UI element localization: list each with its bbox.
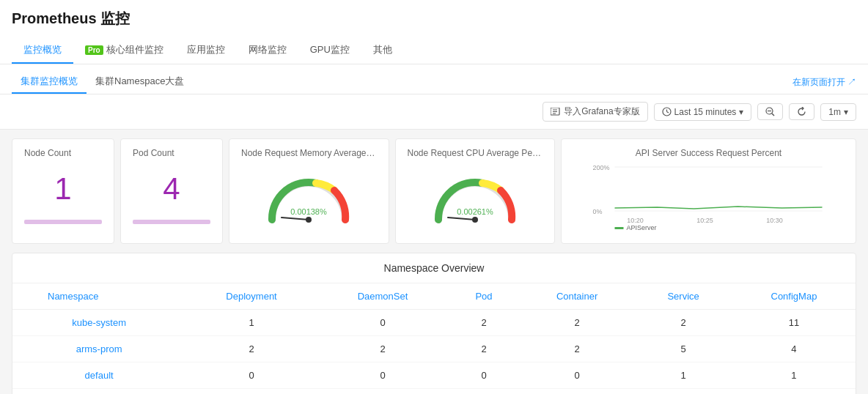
cpu-gauge-wrapper: 0.00261%	[408, 161, 543, 234]
page-header: Prometheus 监控 监控概览 Pro 核心组件监控 应用监控 网络监控 …	[0, 0, 868, 64]
refresh-interval-selector[interactable]: 1m ▾	[820, 103, 856, 121]
cell-service: 0	[634, 389, 732, 395]
sub-tabs-row: 集群监控概览 集群Namespace大盘 在新页面打开 ↗	[0, 64, 868, 94]
tab-网络监控[interactable]: 网络监控	[237, 37, 298, 64]
svg-point-11	[306, 217, 312, 223]
node-count-title: Node Count	[24, 148, 102, 158]
namespace-link[interactable]: arms-prom	[76, 343, 122, 354]
cell-service: 5	[634, 336, 732, 363]
zoom-out-button[interactable]	[757, 103, 783, 120]
tab-核心组件监控[interactable]: Pro 核心组件监控	[73, 37, 175, 64]
cell-container: 2	[520, 310, 635, 336]
page-wrapper: Prometheus 监控 监控概览 Pro 核心组件监控 应用监控 网络监控 …	[0, 0, 868, 394]
tab-其他[interactable]: 其他	[361, 37, 404, 64]
sub-tabs: 集群监控概览 集群Namespace大盘	[12, 70, 193, 94]
pod-count-bar	[133, 220, 210, 224]
table-row: kube-system 1 0 2 2 2 11	[12, 310, 856, 336]
pro-badge: Pro	[85, 45, 103, 55]
cell-namespace: kube-public	[12, 389, 185, 395]
tab-监控概览[interactable]: 监控概览	[12, 37, 73, 64]
pod-count-title: Pod Count	[133, 148, 210, 158]
svg-text:200%: 200%	[593, 164, 610, 171]
content-area: Node Count 1 Pod Count 4 Node Request Me…	[0, 130, 868, 394]
api-chart-area: 200% 0% 10:20 10:25 10:30 APIServer	[573, 161, 844, 234]
col-pod: Pod	[448, 283, 520, 310]
cell-service: 1	[634, 363, 732, 389]
cell-daemonset: 2	[317, 336, 448, 363]
time-range-selector[interactable]: Last 15 minutes ▾	[654, 103, 752, 121]
cell-deployment: 0	[185, 389, 317, 395]
memory-gauge-title: Node Request Memory Average Pe...	[241, 148, 377, 158]
tab-应用监控[interactable]: 应用监控	[175, 37, 237, 64]
tab-label: GPU监控	[310, 43, 350, 56]
col-daemonset: DaemonSet	[317, 283, 448, 310]
tab-label: 核心组件监控	[106, 43, 163, 56]
sub-tab-集群监控概览[interactable]: 集群监控概览	[12, 70, 87, 94]
table-row: default 0 0 0 0 1 1	[12, 363, 856, 389]
cpu-gauge-svg: 0.00261%	[427, 165, 523, 231]
zoom-out-icon	[765, 107, 775, 116]
table-row: arms-prom 2 2 2 2 5 4	[12, 336, 856, 363]
grafana-import-button[interactable]: 导入Grafana专家版	[542, 102, 647, 122]
table-header: Namespace Deployment DaemonSet Pod Conta…	[12, 283, 856, 310]
svg-text:APIServer: APIServer	[627, 224, 657, 231]
svg-line-6	[666, 112, 669, 114]
cell-configmap: 2	[732, 389, 856, 395]
cell-container: 2	[520, 336, 635, 363]
cell-configmap: 11	[732, 310, 856, 336]
cell-configmap: 4	[732, 336, 856, 363]
refresh-button[interactable]	[789, 103, 814, 120]
table-body: kube-system 1 0 2 2 2 11 arms-prom 2 2 2…	[12, 310, 856, 395]
chevron-down-icon: ▾	[739, 107, 743, 117]
col-container: Container	[520, 283, 635, 310]
svg-text:10:20: 10:20	[627, 217, 644, 224]
refresh-interval-label: 1m	[828, 107, 841, 117]
sub-tab-label: 集群Namespace大盘	[95, 75, 184, 86]
sub-tab-集群Namespace大盘[interactable]: 集群Namespace大盘	[87, 70, 193, 94]
cell-container: 0	[520, 389, 635, 395]
node-count-bar	[24, 220, 102, 224]
memory-gauge-card: Node Request Memory Average Pe...	[229, 138, 389, 244]
svg-text:0.00138%: 0.00138%	[290, 207, 327, 216]
open-new-label: 在新页面打开 ↗	[792, 76, 856, 89]
col-namespace: Namespace	[12, 283, 185, 310]
cell-deployment: 0	[185, 363, 317, 389]
col-deployment: Deployment	[185, 283, 317, 310]
svg-line-13	[448, 218, 475, 220]
node-count-card: Node Count 1	[12, 138, 114, 244]
cell-container: 0	[520, 363, 635, 389]
cell-namespace: kube-system	[12, 310, 185, 336]
cell-pod: 0	[448, 363, 520, 389]
import-icon	[551, 108, 561, 116]
tab-GPU监控[interactable]: GPU监控	[298, 37, 361, 64]
tab-label: 其他	[373, 43, 392, 56]
cell-daemonset: 0	[317, 363, 448, 389]
cell-deployment: 1	[185, 310, 317, 336]
cell-pod: 2	[448, 310, 520, 336]
svg-point-14	[472, 217, 478, 223]
cell-deployment: 2	[185, 336, 317, 363]
svg-text:10:25: 10:25	[696, 217, 713, 224]
namespace-section: Namespace Overview Namespace Deployment …	[12, 253, 856, 394]
col-configmap: ConfigMap	[732, 283, 856, 310]
namespace-link[interactable]: default	[85, 370, 114, 381]
svg-rect-23	[615, 227, 624, 229]
refresh-icon	[797, 107, 806, 116]
time-range-label: Last 15 minutes	[674, 107, 737, 117]
toolbar: 导入Grafana专家版 Last 15 minutes ▾	[0, 94, 868, 130]
node-count-value: 1	[24, 164, 102, 214]
api-chart-title: API Server Success Request Percent	[573, 148, 844, 158]
cpu-gauge-title: Node Request CPU Average Percent	[408, 148, 543, 158]
memory-gauge-svg: 0.00138%	[261, 165, 356, 231]
cell-namespace: default	[12, 363, 185, 389]
open-new-page-link[interactable]: 在新页面打开 ↗	[792, 76, 856, 89]
tab-label: 监控概览	[23, 43, 62, 56]
table-row: kube-public 0 0 0 0 0 2	[12, 389, 856, 395]
col-service: Service	[634, 283, 732, 310]
svg-text:10:30: 10:30	[766, 217, 783, 224]
namespace-link[interactable]: kube-system	[72, 317, 126, 328]
cpu-gauge-card: Node Request CPU Average Percent	[395, 138, 556, 244]
top-tabs: 监控概览 Pro 核心组件监控 应用监控 网络监控 GPU监控 其他	[12, 37, 856, 64]
namespace-section-title: Namespace Overview	[12, 253, 856, 283]
cell-configmap: 1	[732, 363, 856, 389]
